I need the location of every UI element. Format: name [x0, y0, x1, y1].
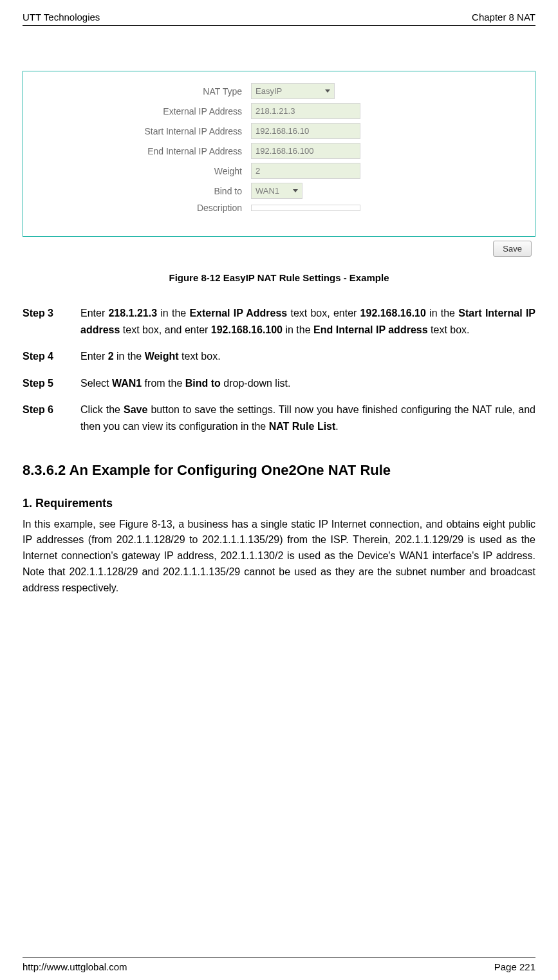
text: Bind to	[185, 378, 221, 389]
section-heading: 8.3.6.2 An Example for Configuring One2O…	[23, 462, 535, 479]
step-4-label: Step 4	[23, 348, 80, 365]
text: in the	[157, 308, 189, 319]
text: 192.168.16.10	[360, 308, 426, 319]
label-end-ip: End Internal IP Address	[30, 146, 251, 156]
nat-form-box: NAT Type EasyIP External IP Address 218.…	[23, 71, 535, 237]
text: in the	[114, 351, 145, 362]
text: 2	[108, 351, 114, 362]
page-header: UTT Technologies Chapter 8 NAT	[23, 12, 535, 26]
text: in the	[426, 308, 458, 319]
page-content: NAT Type EasyIP External IP Address 218.…	[23, 26, 535, 957]
text: Select	[80, 378, 112, 389]
text: in the	[283, 324, 313, 335]
save-button[interactable]: Save	[493, 241, 532, 257]
text: Enter	[80, 308, 108, 319]
text: WAN1	[112, 378, 142, 389]
text: text box, and enter	[120, 324, 210, 335]
step-3-label: Step 3	[23, 305, 80, 338]
text: drop-down list.	[221, 378, 291, 389]
requirements-paragraph: In this example, see Figure 8-13, a busi…	[23, 517, 535, 596]
text: Save	[124, 404, 147, 415]
figure-caption: Figure 8-12 EasyIP NAT Rule Settings - E…	[23, 272, 535, 283]
select-nat-type[interactable]: EasyIP	[251, 83, 335, 99]
text: Enter	[80, 351, 108, 362]
footer-url[interactable]: http://www.uttglobal.com	[23, 961, 127, 972]
input-external-ip[interactable]: 218.1.21.3	[251, 103, 360, 119]
input-description[interactable]	[251, 205, 360, 211]
text: 218.1.21.3	[108, 308, 157, 319]
step-5-text: Select WAN1 from the Bind to drop-down l…	[80, 375, 535, 392]
step-4: Step 4 Enter 2 in the Weight text box.	[23, 348, 535, 365]
text: text box, enter	[287, 308, 360, 319]
step-3-text: Enter 218.1.21.3 in the External IP Addr…	[80, 305, 535, 338]
chevron-down-icon	[325, 89, 330, 93]
step-5: Step 5 Select WAN1 from the Bind to drop…	[23, 375, 535, 392]
input-weight[interactable]: 2	[251, 163, 360, 179]
input-start-internal-ip[interactable]: 192.168.16.10	[251, 123, 360, 139]
step-6: Step 6 Click the Save button to save the…	[23, 402, 535, 434]
label-description: Description	[30, 203, 251, 213]
select-nat-type-value: EasyIP	[256, 86, 282, 96]
page-footer: http://www.uttglobal.com Page 221	[23, 957, 535, 980]
text: 192.168.16.100	[211, 324, 283, 335]
text: End Internal IP address	[313, 324, 428, 335]
step-4-text: Enter 2 in the Weight text box.	[80, 348, 535, 365]
text: External IP Address	[189, 308, 287, 319]
text: Weight	[145, 351, 179, 362]
label-ext-ip: External IP Address	[30, 106, 251, 116]
select-bind-to[interactable]: WAN1	[251, 183, 302, 199]
text: text box.	[179, 351, 221, 362]
header-left: UTT Technologies	[23, 12, 100, 23]
text: .	[335, 421, 338, 432]
step-6-text: Click the Save button to save the settin…	[80, 402, 535, 434]
label-start-ip: Start Internal IP Address	[30, 126, 251, 136]
text: from the	[142, 378, 185, 389]
step-3: Step 3 Enter 218.1.21.3 in the External …	[23, 305, 535, 338]
text: Click the	[80, 404, 124, 415]
input-end-internal-ip[interactable]: 192.168.16.100	[251, 143, 360, 159]
label-nat-type: NAT Type	[30, 86, 251, 97]
label-bind: Bind to	[30, 186, 251, 196]
step-5-label: Step 5	[23, 375, 80, 392]
footer-page: Page 221	[494, 961, 535, 972]
text: NAT Rule List	[269, 421, 336, 432]
select-bind-to-value: WAN1	[256, 186, 279, 196]
sub-heading: 1. Requirements	[23, 497, 535, 510]
chevron-down-icon	[293, 189, 298, 192]
header-right: Chapter 8 NAT	[472, 12, 535, 23]
step-6-label: Step 6	[23, 402, 80, 434]
text: text box.	[428, 324, 470, 335]
label-weight: Weight	[30, 166, 251, 176]
